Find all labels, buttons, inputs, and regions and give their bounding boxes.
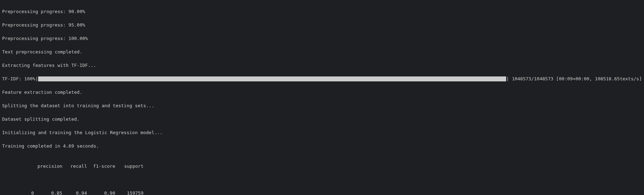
report-header: precision recall f1-score support (2, 163, 642, 170)
tfidf-stats: | 1048573/1048573 [00:09<00:00, 108518.6… (506, 75, 642, 82)
tfidf-label: TF-IDF: 100%| (2, 75, 38, 82)
terminal-output: Preprocessing progress: 90.00% Preproces… (0, 0, 644, 195)
report-header-support: support (119, 163, 147, 170)
report-recall: 0.94 (66, 190, 90, 195)
log-line: Training completed in 4.69 seconds. (2, 143, 642, 149)
log-line: Dataset splitting completed. (2, 116, 642, 122)
log-line: Preprocessing progress: 95.00% (2, 22, 642, 28)
progress-bar-fill (38, 76, 507, 81)
log-line: Preprocessing progress: 90.00% (2, 8, 642, 15)
report-label: 0 (2, 190, 37, 195)
report-header-blank (2, 163, 37, 170)
report-precision: 0.85 (37, 190, 66, 195)
report-header-f1: f1-score (90, 163, 119, 170)
log-line: Text preprocessing completed. (2, 48, 642, 55)
log-line: Initializing and training the Logistic R… (2, 129, 642, 136)
tfidf-progress-line: TF-IDF: 100%| | 1048573/1048573 [00:09<0… (2, 75, 642, 82)
log-line: Splitting the dataset into training and … (2, 102, 642, 109)
report-header-precision: precision (37, 163, 66, 170)
report-f1: 0.90 (90, 190, 119, 195)
report-support: 159759 (119, 190, 147, 195)
log-line: Preprocessing progress: 100.00% (2, 35, 642, 42)
blank-line (2, 176, 642, 183)
report-row-0: 0 0.85 0.94 0.90 159759 (2, 190, 642, 195)
log-line: Feature extraction completed. (2, 89, 642, 96)
report-header-recall: recall (66, 163, 90, 170)
log-line: Extracting features with TF-IDF... (2, 62, 642, 69)
